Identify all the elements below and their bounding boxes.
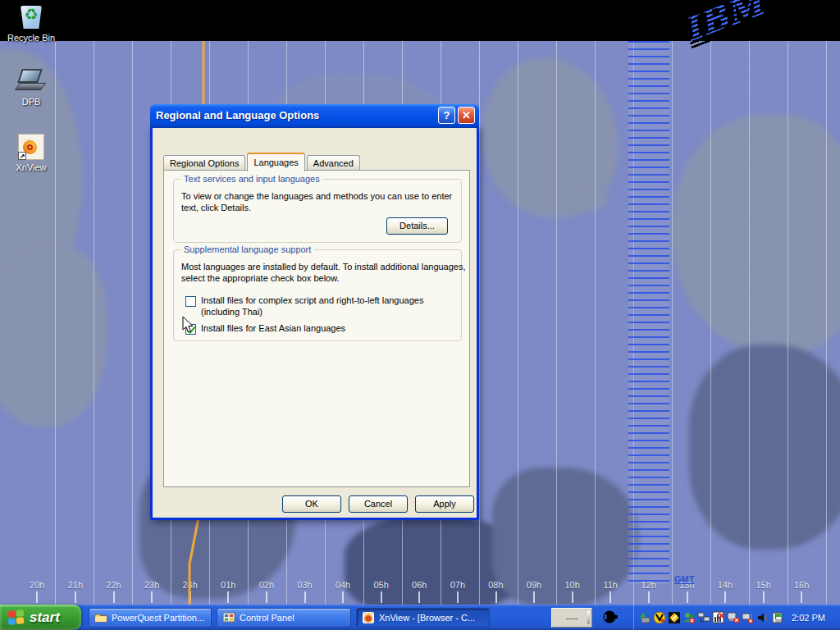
desktop-icon-dpb[interactable]: DPB — [0, 68, 62, 107]
dialog-titlebar[interactable]: Regional and Language Options ? ✕ — [150, 104, 479, 128]
recycle-bin-icon: ♻ — [17, 4, 45, 30]
taskbar-item-label: PowerQuest Partition... — [112, 613, 204, 623]
shortcut-arrow-icon: ↗ — [18, 152, 26, 160]
complex-script-checkbox[interactable] — [185, 296, 196, 307]
tab-languages[interactable]: Languages — [247, 153, 304, 171]
start-label: start — [30, 609, 60, 626]
language-bar[interactable]: ---- — [551, 608, 592, 628]
regional-language-options-dialog: Regional and Language Options ? ✕ Region… — [150, 126, 479, 520]
users-offline-icon[interactable] — [682, 611, 696, 624]
taskbar-item-powerquest[interactable]: PowerQuest Partition... — [89, 608, 212, 628]
volume-icon[interactable] — [756, 611, 769, 624]
taskbar-item-xnview[interactable]: XnView - [Browser - C... — [356, 608, 490, 628]
text-services-groupbox: Text services and input languages To vie… — [173, 179, 462, 243]
chart-blocked-icon[interactable] — [712, 611, 725, 624]
laptop-icon — [17, 68, 45, 94]
supplemental-language-groupbox: Supplemental language support Most langu… — [173, 249, 462, 341]
computer-offline-icon[interactable] — [727, 611, 740, 624]
start-button[interactable]: start — [0, 605, 81, 630]
taskbar-item-control-panel[interactable]: Control Panel — [217, 608, 351, 628]
windows-flag-icon — [8, 609, 25, 625]
desktop-icon-xnview[interactable]: ∙∙∙ ↗ XnView — [0, 134, 62, 172]
plug-icon[interactable] — [602, 609, 619, 624]
network-computers-icon[interactable] — [697, 611, 710, 624]
hardware-icon[interactable] — [638, 611, 651, 624]
ok-button[interactable]: OK — [282, 495, 341, 513]
mouse-cursor — [182, 316, 194, 334]
dialog-title: Regional and Language Options — [156, 109, 436, 121]
display-muted-icon[interactable] — [742, 611, 755, 624]
cancel-button[interactable]: Cancel — [349, 495, 408, 513]
taskbar-clock[interactable]: 2:02 PM — [792, 613, 825, 623]
languages-tab-page: Text services and input languages To vie… — [163, 170, 470, 487]
icon-label: DPB — [0, 97, 62, 107]
diamond-alert-icon[interactable] — [668, 611, 681, 624]
checkbox-row-east-asian[interactable]: Install files for East Asian languages — [185, 323, 462, 335]
system-tray: 2:02 PM — [633, 605, 825, 630]
close-button[interactable]: ✕ — [458, 107, 475, 124]
folder-icon — [94, 611, 107, 624]
help-button[interactable]: ? — [438, 107, 455, 124]
tab-regional-options[interactable]: Regional Options — [163, 155, 245, 171]
checkbox-label: Install files for complex script and rig… — [201, 295, 462, 317]
checkbox-label: Install files for East Asian languages — [201, 323, 462, 335]
desktop-icon-recycle-bin[interactable]: ♻ Recycle Bin — [0, 4, 62, 43]
tab-strip: Regional Options Languages Advanced — [163, 153, 362, 171]
control-panel-icon — [222, 611, 235, 624]
xnview-icon — [362, 611, 375, 624]
icon-label: XnView — [0, 162, 62, 172]
groupbox-legend: Supplemental language support — [180, 244, 314, 254]
desktop: 20h 21h 22h 23h 24h 01h 02h 03h 04h 05h … — [0, 0, 840, 630]
drive-image-icon[interactable] — [771, 611, 784, 624]
tab-advanced[interactable]: Advanced — [307, 155, 360, 171]
groupbox-text: To view or change the languages and meth… — [181, 190, 470, 213]
details-button[interactable]: Details... — [386, 217, 448, 235]
apply-button[interactable]: Apply — [415, 495, 474, 513]
antivirus-icon[interactable] — [653, 611, 666, 624]
wallpaper-top-band: IBM — [0, 0, 840, 41]
icon-label: Recycle Bin — [0, 33, 62, 43]
taskbar-item-label: XnView - [Browser - C... — [379, 613, 475, 623]
xnview-icon: ∙∙∙ ↗ — [17, 134, 45, 160]
groupbox-text: Most languages are installed by default.… — [181, 261, 467, 284]
taskbar-item-label: Control Panel — [240, 613, 294, 623]
groupbox-legend: Text services and input languages — [180, 174, 323, 184]
taskbar: start PowerQuest Partition... Control Pa… — [0, 605, 840, 630]
checkbox-row-complex-script[interactable]: Install files for complex script and rig… — [185, 295, 462, 317]
